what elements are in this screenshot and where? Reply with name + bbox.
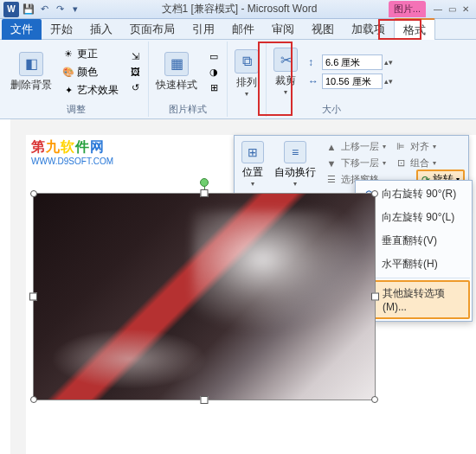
effects-icon: ◑: [208, 66, 220, 78]
restore-icon[interactable]: ▭: [445, 3, 459, 16]
send-backward-button[interactable]: ▼下移一层▾: [323, 156, 389, 170]
image-content: [34, 194, 375, 400]
tab-page-layout[interactable]: 页面布局: [121, 19, 183, 40]
resize-handle-tr[interactable]: [371, 190, 378, 197]
window-title: 文档1 [兼容模式] - Microsoft Word: [90, 2, 389, 16]
ruler-vertical: [10, 119, 26, 454]
width-input[interactable]: [322, 74, 383, 89]
selection-icon: ☰: [325, 174, 338, 186]
group-label-adjust: 调整: [7, 102, 145, 117]
change-pic-icon: 🖼: [129, 66, 141, 78]
group-icon: ⊡: [395, 157, 407, 169]
tab-format[interactable]: 格式: [394, 18, 435, 42]
height-icon: ↕: [308, 56, 320, 68]
quick-styles-button[interactable]: ▦ 快速样式: [152, 50, 201, 94]
compress-icon: ⇲: [129, 50, 141, 62]
position-icon: ⊞: [241, 141, 264, 163]
quick-styles-icon: ▦: [164, 52, 189, 76]
resize-handle-t[interactable]: [201, 189, 209, 197]
resize-handle-l[interactable]: [29, 293, 37, 301]
ruler-horizontal: [26, 119, 476, 135]
minimize-icon[interactable]: —: [431, 3, 445, 16]
ribbon: ◧ 删除背景 ☀更正 🎨颜色 ✦艺术效果 ⇲ 🖼 ↺ 调整 ▦ 快速样式 ▭: [0, 40, 476, 119]
tab-insert[interactable]: 插入: [81, 19, 121, 40]
wrap-icon: ≡: [284, 141, 306, 163]
align-icon: ⊫: [395, 141, 407, 153]
resize-handle-br[interactable]: [371, 396, 378, 403]
backward-icon: ▼: [325, 157, 338, 169]
group-picture-styles: ▦ 快速样式 ▭ ◑ ⊞ 图片样式: [149, 42, 228, 117]
close-icon[interactable]: ✕: [459, 3, 473, 16]
art-icon: ✦: [62, 84, 74, 96]
contextual-tab-picture-tools: 图片...: [389, 1, 426, 17]
qat-more-icon[interactable]: ▾: [69, 3, 81, 16]
artistic-effects-button[interactable]: ✦艺术效果: [59, 82, 122, 99]
document-area: 第九软件网 WWW.D9SOFT.COM ⊞ 位置 ▾ ≡ 自动换行 ▾ ▲上移…: [0, 119, 476, 454]
remove-background-button[interactable]: ◧ 删除背景: [7, 50, 55, 94]
spinner-icon[interactable]: ▴▾: [384, 77, 393, 86]
tab-mailings[interactable]: 邮件: [223, 19, 263, 40]
group-size: ✂ 裁剪 ▾ ↕ ▴▾ ↔ ▴▾ 大小: [267, 42, 396, 117]
group-label-size: 大小: [270, 102, 393, 117]
width-icon: ↔: [308, 75, 320, 87]
tab-addins[interactable]: 加载项: [343, 19, 394, 40]
align-button[interactable]: ⊫对齐▾: [392, 139, 439, 154]
chevron-down-icon: ▾: [284, 88, 287, 96]
height-input-row: ↕ ▴▾: [308, 54, 393, 70]
spinner-icon[interactable]: ▴▾: [384, 58, 393, 67]
tab-references[interactable]: 引用: [183, 19, 223, 40]
remove-bg-icon: ◧: [19, 52, 43, 76]
crop-button[interactable]: ✂ 裁剪 ▾: [270, 46, 301, 98]
ribbon-tabs: 文件 开始 插入 页面布局 引用 邮件 审阅 视图 加载项 格式: [0, 19, 476, 40]
app-icon: W: [3, 2, 19, 17]
resize-handle-b[interactable]: [201, 396, 209, 404]
chevron-down-icon: ▾: [293, 180, 297, 188]
rotation-handle[interactable]: [200, 178, 209, 187]
bring-forward-button[interactable]: ▲上移一层▾: [323, 139, 389, 154]
brightness-icon: ☀: [62, 48, 74, 60]
tab-review[interactable]: 审阅: [263, 19, 303, 40]
resize-handle-bl[interactable]: [30, 396, 37, 403]
width-input-row: ↔ ▴▾: [308, 74, 393, 89]
wrap-text-button[interactable]: ≡ 自动换行 ▾: [271, 139, 319, 189]
forward-icon: ▲: [325, 141, 338, 153]
chevron-down-icon: ▾: [251, 180, 254, 188]
chevron-down-icon: ▾: [245, 90, 248, 98]
border-icon: ▭: [208, 50, 220, 62]
selected-image[interactable]: [33, 193, 376, 400]
redo-icon[interactable]: ↷: [54, 3, 66, 16]
layout-icon: ⊞: [208, 81, 220, 93]
group-label-picture-styles: 图片样式: [152, 102, 223, 117]
undo-icon[interactable]: ↶: [38, 3, 50, 16]
position-button[interactable]: ⊞ 位置 ▾: [238, 139, 267, 189]
picture-border-button[interactable]: ▭: [204, 49, 223, 63]
reset-icon: ↺: [129, 81, 141, 93]
picture-effects-button[interactable]: ◑: [204, 65, 223, 79]
title-bar: W 💾 ↶ ↷ ▾ 文档1 [兼容模式] - Microsoft Word 图片…: [0, 0, 476, 19]
group-arrange: ⧉ 排列 ▾: [228, 42, 267, 117]
color-icon: 🎨: [62, 66, 74, 78]
height-input[interactable]: [322, 54, 383, 70]
tab-home[interactable]: 开始: [42, 19, 81, 40]
quick-access-toolbar: 💾 ↶ ↷ ▾: [23, 3, 81, 16]
crop-icon: ✂: [273, 48, 298, 72]
corrections-button[interactable]: ☀更正: [59, 46, 122, 62]
picture-layout-button[interactable]: ⊞: [204, 80, 223, 94]
resize-handle-tl[interactable]: [30, 190, 37, 197]
tab-view[interactable]: 视图: [303, 19, 343, 40]
website-watermark: 第九软件网 WWW.D9SOFT.COM: [31, 138, 113, 166]
color-button[interactable]: 🎨颜色: [59, 64, 122, 80]
group-adjust: ◧ 删除背景 ☀更正 🎨颜色 ✦艺术效果 ⇲ 🖼 ↺ 调整: [3, 42, 149, 117]
tab-file[interactable]: 文件: [2, 19, 42, 40]
group-button[interactable]: ⊡组合▾: [392, 156, 439, 170]
resize-handle-r[interactable]: [371, 293, 379, 301]
save-icon[interactable]: 💾: [23, 3, 35, 16]
compress-button[interactable]: ⇲: [125, 49, 145, 63]
change-picture-button[interactable]: 🖼: [125, 65, 145, 79]
reset-picture-button[interactable]: ↺: [125, 80, 145, 94]
arrange-button[interactable]: ⧉ 排列 ▾: [231, 48, 262, 99]
arrange-icon: ⧉: [235, 49, 259, 74]
